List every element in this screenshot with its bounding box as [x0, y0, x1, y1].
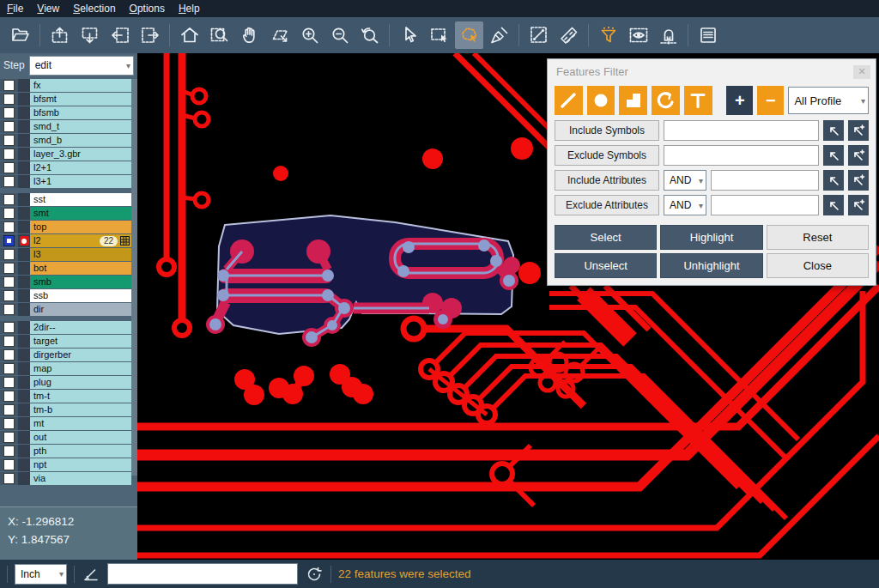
- open-icon[interactable]: [6, 21, 34, 49]
- layer-name[interactable]: l2+1: [30, 161, 131, 174]
- pick-add-attribute-icon[interactable]: [848, 170, 869, 191]
- exclude-symbols-input[interactable]: [664, 145, 819, 166]
- layer-checkbox[interactable]: [3, 363, 15, 374]
- add-filter-button[interactable]: +: [726, 86, 753, 115]
- layer-row-sst[interactable]: sst: [0, 193, 137, 206]
- layer-name[interactable]: top: [30, 221, 131, 233]
- layer-row-map[interactable]: map: [0, 362, 137, 375]
- layer-checkbox[interactable]: [3, 276, 15, 288]
- layer-row-smb[interactable]: smb: [0, 276, 137, 288]
- layer-name[interactable]: via: [30, 472, 131, 485]
- step-select[interactable]: edit ▾: [29, 56, 134, 76]
- layer-name[interactable]: fx: [30, 79, 131, 92]
- reset-button[interactable]: Reset: [767, 225, 869, 250]
- zoom-in-icon[interactable]: [295, 21, 324, 49]
- pan-down-icon[interactable]: [76, 21, 104, 49]
- layer-name[interactable]: bot: [30, 262, 131, 275]
- zoom-fit-icon[interactable]: [205, 21, 233, 49]
- layer-name[interactable]: tm-t: [30, 390, 131, 403]
- pick-add-symbol-icon[interactable]: [848, 145, 869, 166]
- layer-name[interactable]: smb: [30, 276, 131, 288]
- layer-checkbox[interactable]: [3, 107, 15, 118]
- include-attributes-operator-select[interactable]: AND ▾: [664, 170, 706, 191]
- exclude-attributes-operator-select[interactable]: AND ▾: [664, 195, 706, 215]
- pick-add-symbol-icon[interactable]: [848, 120, 869, 141]
- layer-row-fx[interactable]: fx: [0, 79, 137, 92]
- layer-checkbox[interactable]: [3, 149, 15, 160]
- zoom-previous-icon[interactable]: [355, 21, 384, 49]
- layer-checkbox[interactable]: [3, 391, 15, 402]
- profile-select[interactable]: All Profile ▾: [788, 87, 869, 114]
- pick-add-attribute-icon[interactable]: [848, 195, 869, 215]
- layer-row-tm-t[interactable]: tm-t: [0, 390, 137, 403]
- layer-name[interactable]: ssb: [30, 289, 131, 302]
- layers-panel-icon[interactable]: [694, 21, 722, 49]
- layer-row-layer_3.gbr[interactable]: layer_3.gbr: [0, 148, 137, 161]
- remove-filter-button[interactable]: −: [757, 86, 784, 115]
- layer-row-target[interactable]: target: [0, 335, 137, 348]
- layer-checkbox[interactable]: [3, 290, 15, 301]
- layer-checkbox[interactable]: [3, 194, 15, 205]
- layer-checkbox[interactable]: [3, 322, 15, 333]
- layer-checkbox[interactable]: [3, 336, 15, 347]
- layer-checkbox[interactable]: [3, 304, 15, 315]
- select-pointer-icon[interactable]: [395, 21, 423, 49]
- pan-up-icon[interactable]: [45, 21, 74, 49]
- layer-name[interactable]: l3+1: [30, 175, 131, 188]
- layer-checkbox[interactable]: [3, 235, 15, 246]
- grid-icon[interactable]: [120, 236, 130, 246]
- layer-name[interactable]: tm-b: [30, 403, 131, 416]
- layer-row-l2[interactable]: l222: [0, 234, 137, 247]
- pick-attribute-icon[interactable]: [823, 195, 844, 215]
- filter-text-button[interactable]: [684, 86, 712, 115]
- display-options-icon[interactable]: [624, 21, 652, 49]
- layer-name[interactable]: sst: [30, 193, 131, 206]
- layer-checkbox[interactable]: [3, 80, 15, 91]
- pan-right-icon[interactable]: [136, 21, 164, 49]
- layer-checkbox[interactable]: [3, 432, 15, 443]
- layer-checkbox[interactable]: [3, 377, 15, 388]
- menu-view[interactable]: View: [37, 3, 59, 15]
- features-filter-icon[interactable]: [594, 21, 622, 49]
- layer-row-npt[interactable]: npt: [0, 458, 137, 471]
- layer-checkbox[interactable]: [3, 446, 15, 457]
- layer-row-via[interactable]: via: [0, 472, 137, 485]
- include-symbols-button[interactable]: Include Symbols: [555, 120, 659, 141]
- layer-row-plug[interactable]: plug: [0, 376, 137, 389]
- measure-distance-icon[interactable]: [524, 21, 553, 49]
- layer-name[interactable]: l222: [30, 234, 131, 247]
- layer-checkbox[interactable]: [3, 473, 15, 484]
- menu-options[interactable]: Options: [130, 3, 165, 15]
- select-polygon-icon[interactable]: [455, 21, 483, 49]
- layer-row-2dir--[interactable]: 2dir--: [0, 321, 137, 334]
- layer-row-bfsmb[interactable]: bfsmb: [0, 106, 137, 119]
- close-icon[interactable]: ✕: [853, 65, 870, 79]
- unhighlight-button[interactable]: Unhighlight: [660, 253, 762, 278]
- layer-row-smd_t[interactable]: smd_t: [0, 120, 137, 133]
- layer-row-top[interactable]: top: [0, 221, 137, 233]
- filter-arc-button[interactable]: [652, 86, 680, 115]
- layer-name[interactable]: smd_b: [30, 134, 131, 147]
- measure-ruler-icon[interactable]: [555, 21, 583, 49]
- layer-row-dirgerber[interactable]: dirgerber: [0, 349, 137, 361]
- layer-row-pth[interactable]: pth: [0, 445, 137, 458]
- pick-symbol-icon[interactable]: [823, 120, 844, 141]
- select-button[interactable]: Select: [555, 225, 657, 250]
- close-button[interactable]: Close: [767, 253, 869, 278]
- layer-checkbox[interactable]: [3, 459, 15, 470]
- exclude-attributes-input[interactable]: [711, 195, 819, 215]
- include-symbols-input[interactable]: [664, 120, 819, 141]
- filter-pad-button[interactable]: [587, 86, 615, 115]
- layer-row-l3[interactable]: l3: [0, 248, 137, 261]
- exclude-attributes-button[interactable]: Exclude Attributes: [555, 195, 659, 215]
- layer-checkbox[interactable]: [3, 349, 15, 361]
- layer-name[interactable]: dir: [30, 303, 131, 316]
- layer-checkbox[interactable]: [3, 135, 15, 146]
- layer-name[interactable]: layer_3.gbr: [30, 148, 131, 161]
- layer-row-bot[interactable]: bot: [0, 262, 137, 275]
- layer-name[interactable]: dirgerber: [30, 349, 131, 361]
- dialog-titlebar[interactable]: Features Filter ✕: [548, 59, 876, 82]
- layer-row-l3+1[interactable]: l3+1: [0, 175, 137, 188]
- layer-name[interactable]: mt: [30, 417, 131, 430]
- layer-name[interactable]: map: [30, 362, 131, 375]
